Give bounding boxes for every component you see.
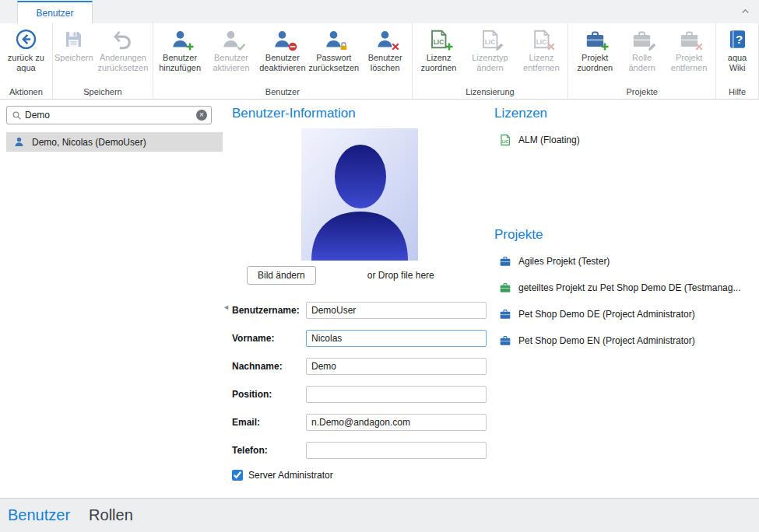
ribbon-group-aktionen: zurück zu aqua Aktionen [0, 23, 53, 99]
assign-project-button[interactable]: Projekt zuordnen [569, 25, 620, 86]
telefon-input[interactable] [306, 442, 487, 459]
user-list-item-selected[interactable]: Demo, Nicolas (DemoUser) [6, 132, 223, 152]
project-item[interactable]: Pet Shop Demo EN (Project Administrator) [499, 334, 757, 347]
user-form: Benutzername: Vorname: Nachname: Positio… [232, 302, 487, 481]
projects-title: Projekte [494, 227, 543, 243]
button-label: Lizenztyp ändern [467, 53, 514, 73]
bottom-tab-bar: Benutzer Rollen [0, 498, 759, 532]
remove-license-button[interactable]: Lizenz entfernen [515, 25, 567, 86]
button-label: Benutzer deaktivieren [259, 53, 306, 73]
reset-password-button[interactable]: Passwort zurücksetzen [308, 25, 360, 86]
user-list-panel: × Demo, Nicolas (DemoUser) [0, 100, 227, 498]
server-admin-checkbox[interactable] [232, 470, 243, 481]
project-item-label: Pet Shop Demo EN (Project Administrator) [518, 335, 695, 346]
user-icon [13, 136, 25, 148]
delete-user-button[interactable]: Benutzer löschen [360, 25, 411, 86]
field-label-position: Position: [232, 389, 306, 400]
drop-file-hint: or Drop file here [367, 270, 434, 281]
reset-changes-button[interactable]: Änderungen zurücksetzen [94, 25, 152, 86]
deactivate-user-button[interactable]: Benutzer deaktivieren [257, 25, 308, 86]
vorname-input[interactable] [306, 330, 487, 347]
position-input[interactable] [306, 386, 487, 403]
activate-user-button[interactable]: Benutzer aktivieren [206, 25, 257, 86]
user-activate-icon [219, 27, 244, 51]
search-input[interactable] [22, 110, 196, 121]
remove-project-button[interactable]: Projekt entfernen [663, 25, 715, 86]
image-actions-row: Bild ändern or Drop file here [247, 266, 434, 285]
nachname-input[interactable] [306, 358, 487, 375]
project-item[interactable]: Pet Shop Demo DE (Project Administrator) [499, 307, 757, 320]
save-icon [61, 27, 86, 51]
aqua-wiki-button[interactable]: aqua Wiki [717, 25, 757, 86]
project-icon [499, 334, 511, 347]
ribbon-group-speichern: Speichern Änderungen zurücksetzen Speich… [53, 23, 153, 99]
back-arrow-icon [13, 27, 38, 51]
tab-benutzer[interactable]: Benutzer [17, 1, 93, 23]
user-deactivate-icon [270, 27, 295, 51]
project-icon [499, 308, 511, 320]
ribbon-group-projekte: Projekt zuordnen Rolle ändern Projekt en… [568, 23, 716, 99]
clear-search-icon[interactable]: × [196, 110, 207, 121]
field-label-nachname: Nachname: [232, 361, 306, 372]
server-admin-row: Server Administrator [232, 470, 487, 481]
change-role-button[interactable]: Rolle ändern [620, 25, 663, 86]
search-icon [12, 110, 22, 121]
assign-license-button[interactable]: Lizenz zuordnen [413, 25, 465, 86]
back-to-aqua-button[interactable]: zurück zu aqua [1, 25, 51, 86]
ribbon-group-label: Speichern [54, 86, 152, 99]
change-license-type-button[interactable]: Lizenztyp ändern [465, 25, 516, 86]
search-box: × [6, 106, 212, 124]
user-detail-panel: Benutzer-Information Bild ändern or Drop… [230, 100, 495, 498]
field-label-telefon: Telefon: [232, 445, 306, 456]
button-label: Projekt entfernen [666, 53, 712, 73]
footer-tab-benutzer[interactable]: Benutzer [8, 506, 70, 524]
ribbon-group-label: Aktionen [1, 86, 51, 99]
wiki-book-icon [725, 27, 750, 51]
button-label: Änderungen zurücksetzen [97, 53, 149, 73]
project-list: Agiles Projekt (Tester) geteiltes Projek… [499, 254, 757, 360]
project-add-icon [582, 27, 607, 51]
button-label: zurück zu aqua [3, 53, 49, 73]
email-input[interactable] [306, 414, 487, 431]
button-label: Rolle ändern [623, 53, 661, 73]
collapse-panel-arrow[interactable]: ◄ [223, 304, 230, 311]
button-label: Passwort zurücksetzen [308, 53, 359, 73]
ribbon-group-benutzer: Benutzer hinzufügen Benutzer aktivieren … [153, 23, 412, 99]
license-item[interactable]: ALM (Floating) [499, 134, 580, 146]
footer-tab-rollen[interactable]: Rollen [89, 506, 133, 524]
form-row: Vorname: [232, 330, 487, 347]
add-user-button[interactable]: Benutzer hinzufügen [154, 25, 206, 86]
user-list-item-label: Demo, Nicolas (DemoUser) [32, 137, 146, 148]
button-label: aqua Wiki [719, 53, 755, 73]
license-add-icon [427, 27, 452, 51]
license-item-label: ALM (Floating) [518, 135, 580, 145]
change-image-button[interactable]: Bild ändern [247, 266, 316, 285]
button-label: Lizenz entfernen [518, 53, 564, 73]
collapse-ribbon-icon[interactable] [740, 5, 751, 17]
ribbon-group-label: Lizensierung [413, 86, 567, 99]
shared-project-icon [499, 282, 511, 294]
project-item[interactable]: Agiles Projekt (Tester) [499, 254, 757, 268]
form-row: Email: [232, 414, 487, 431]
ribbon-group-hilfe: aqua Wiki Hilfe [716, 23, 759, 99]
button-label: Lizenz zuordnen [416, 53, 462, 73]
form-row: Telefon: [232, 442, 487, 459]
user-info-title: Benutzer-Information [232, 106, 356, 121]
user-delete-icon [373, 27, 398, 51]
benutzername-input[interactable] [306, 302, 487, 319]
save-button[interactable]: Speichern [54, 25, 94, 86]
ribbon-tab-strip: Benutzer [0, 0, 759, 23]
server-admin-label: Server Administrator [248, 470, 333, 481]
button-label: Speichern [54, 53, 93, 63]
aqua-user-management-window: Benutzer zurück zu aqua Aktionen [0, 0, 759, 532]
project-remove-icon [676, 27, 701, 51]
field-label-vorname: Vorname: [232, 333, 306, 344]
role-edit-icon [630, 27, 655, 51]
project-item-label: geteiltes Projekt zu Pet Shop Demo DE (T… [518, 282, 740, 293]
ribbon-group-lizensierung: Lizenz zuordnen Lizenztyp ändern Lizenz … [413, 23, 569, 99]
button-label: Projekt zuordnen [571, 53, 618, 73]
project-item-label: Pet Shop Demo DE (Project Administrator) [518, 309, 695, 320]
project-item[interactable]: geteiltes Projekt zu Pet Shop Demo DE (T… [499, 281, 757, 294]
project-icon [499, 255, 511, 268]
license-edit-icon [477, 27, 502, 51]
